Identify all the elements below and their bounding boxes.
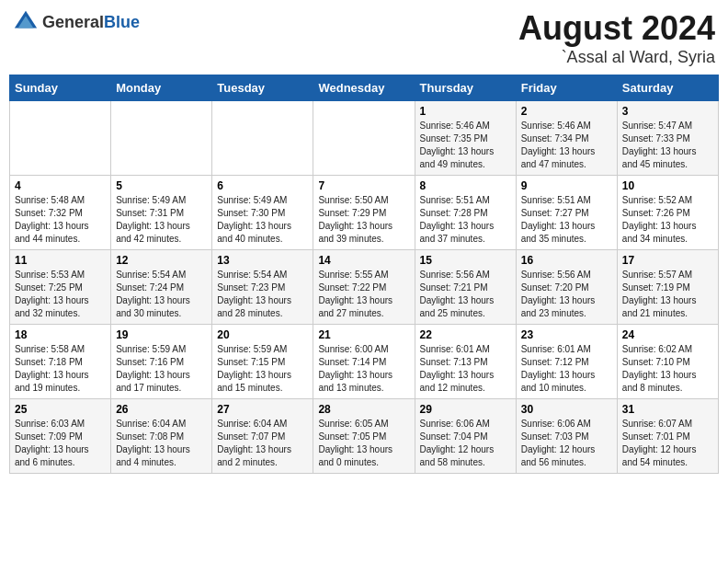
weekday-header: Wednesday xyxy=(313,75,415,101)
day-info: Sunrise: 5:57 AM Sunset: 7:19 PM Dayligh… xyxy=(622,269,713,320)
day-number: 22 xyxy=(420,328,511,341)
day-number: 4 xyxy=(15,179,106,192)
logo-text: GeneralBlue xyxy=(42,13,140,32)
day-info: Sunrise: 5:59 AM Sunset: 7:16 PM Dayligh… xyxy=(116,343,207,395)
day-number: 25 xyxy=(15,403,106,416)
calendar-cell: 12Sunrise: 5:54 AM Sunset: 7:24 PM Dayli… xyxy=(111,250,212,325)
calendar-cell: 8Sunrise: 5:51 AM Sunset: 7:28 PM Daylig… xyxy=(415,176,516,250)
calendar-cell: 22Sunrise: 6:01 AM Sunset: 7:13 PM Dayli… xyxy=(415,325,516,399)
day-number: 11 xyxy=(15,254,106,267)
day-number: 5 xyxy=(116,179,207,192)
logo-icon xyxy=(13,9,39,35)
day-number: 21 xyxy=(318,328,409,341)
calendar-cell: 1Sunrise: 5:46 AM Sunset: 7:35 PM Daylig… xyxy=(415,101,516,176)
day-number: 12 xyxy=(116,254,207,267)
day-info: Sunrise: 6:07 AM Sunset: 7:01 PM Dayligh… xyxy=(622,418,713,469)
day-number: 23 xyxy=(521,328,612,341)
logo-general: General xyxy=(42,13,104,31)
calendar-cell: 20Sunrise: 5:59 AM Sunset: 7:15 PM Dayli… xyxy=(212,325,313,399)
day-number: 24 xyxy=(622,328,713,341)
weekday-header: Thursday xyxy=(415,75,516,101)
day-info: Sunrise: 6:01 AM Sunset: 7:13 PM Dayligh… xyxy=(420,343,511,395)
logo-blue: Blue xyxy=(104,13,140,31)
day-number: 30 xyxy=(521,403,612,416)
calendar-cell xyxy=(10,101,111,176)
calendar-cell: 21Sunrise: 6:00 AM Sunset: 7:14 PM Dayli… xyxy=(313,325,415,399)
day-info: Sunrise: 5:52 AM Sunset: 7:26 PM Dayligh… xyxy=(622,194,713,246)
day-number: 29 xyxy=(420,403,511,416)
logo: GeneralBlue xyxy=(13,9,140,35)
calendar-cell: 7Sunrise: 5:50 AM Sunset: 7:29 PM Daylig… xyxy=(313,176,415,250)
calendar-cell: 14Sunrise: 5:55 AM Sunset: 7:22 PM Dayli… xyxy=(313,250,415,325)
day-info: Sunrise: 5:48 AM Sunset: 7:32 PM Dayligh… xyxy=(15,194,106,246)
day-info: Sunrise: 5:51 AM Sunset: 7:27 PM Dayligh… xyxy=(521,194,612,246)
day-number: 1 xyxy=(420,105,511,118)
calendar-week-row: 1Sunrise: 5:46 AM Sunset: 7:35 PM Daylig… xyxy=(10,101,719,176)
calendar-cell xyxy=(111,101,212,176)
day-number: 20 xyxy=(217,328,308,341)
day-info: Sunrise: 5:54 AM Sunset: 7:23 PM Dayligh… xyxy=(217,269,308,320)
day-info: Sunrise: 6:02 AM Sunset: 7:10 PM Dayligh… xyxy=(622,343,713,395)
day-info: Sunrise: 5:54 AM Sunset: 7:24 PM Dayligh… xyxy=(116,269,207,320)
calendar-cell: 9Sunrise: 5:51 AM Sunset: 7:27 PM Daylig… xyxy=(516,176,617,250)
day-number: 15 xyxy=(420,254,511,267)
calendar-table: SundayMondayTuesdayWednesdayThursdayFrid… xyxy=(9,75,719,474)
calendar-cell: 27Sunrise: 6:04 AM Sunset: 7:07 PM Dayli… xyxy=(212,399,313,474)
day-number: 31 xyxy=(622,403,713,416)
calendar-header-row: SundayMondayTuesdayWednesdayThursdayFrid… xyxy=(10,75,719,101)
weekday-header: Saturday xyxy=(617,75,718,101)
day-info: Sunrise: 5:56 AM Sunset: 7:21 PM Dayligh… xyxy=(420,269,511,320)
day-number: 26 xyxy=(116,403,207,416)
day-info: Sunrise: 5:49 AM Sunset: 7:30 PM Dayligh… xyxy=(217,194,308,246)
main-title: August 2024 xyxy=(518,9,715,48)
day-number: 3 xyxy=(622,105,713,118)
day-info: Sunrise: 6:04 AM Sunset: 7:07 PM Dayligh… xyxy=(217,418,308,469)
day-number: 27 xyxy=(217,403,308,416)
day-info: Sunrise: 6:01 AM Sunset: 7:12 PM Dayligh… xyxy=(521,343,612,395)
page-header: GeneralBlue August 2024 `Assal al Ward, … xyxy=(9,9,719,67)
calendar-cell: 16Sunrise: 5:56 AM Sunset: 7:20 PM Dayli… xyxy=(516,250,617,325)
calendar-cell: 3Sunrise: 5:47 AM Sunset: 7:33 PM Daylig… xyxy=(617,101,718,176)
day-info: Sunrise: 5:49 AM Sunset: 7:31 PM Dayligh… xyxy=(116,194,207,246)
calendar-week-row: 11Sunrise: 5:53 AM Sunset: 7:25 PM Dayli… xyxy=(10,250,719,325)
day-info: Sunrise: 6:00 AM Sunset: 7:14 PM Dayligh… xyxy=(318,343,409,395)
day-info: Sunrise: 5:56 AM Sunset: 7:20 PM Dayligh… xyxy=(521,269,612,320)
calendar-cell: 15Sunrise: 5:56 AM Sunset: 7:21 PM Dayli… xyxy=(415,250,516,325)
calendar-cell: 5Sunrise: 5:49 AM Sunset: 7:31 PM Daylig… xyxy=(111,176,212,250)
calendar-cell: 11Sunrise: 5:53 AM Sunset: 7:25 PM Dayli… xyxy=(10,250,111,325)
calendar-cell: 25Sunrise: 6:03 AM Sunset: 7:09 PM Dayli… xyxy=(10,399,111,474)
day-number: 17 xyxy=(622,254,713,267)
day-number: 18 xyxy=(15,328,106,341)
day-number: 13 xyxy=(217,254,308,267)
day-info: Sunrise: 5:46 AM Sunset: 7:35 PM Dayligh… xyxy=(420,120,511,171)
calendar-cell: 13Sunrise: 5:54 AM Sunset: 7:23 PM Dayli… xyxy=(212,250,313,325)
day-info: Sunrise: 6:04 AM Sunset: 7:08 PM Dayligh… xyxy=(116,418,207,469)
day-info: Sunrise: 5:53 AM Sunset: 7:25 PM Dayligh… xyxy=(15,269,106,320)
calendar-cell: 30Sunrise: 6:06 AM Sunset: 7:03 PM Dayli… xyxy=(516,399,617,474)
calendar-cell: 4Sunrise: 5:48 AM Sunset: 7:32 PM Daylig… xyxy=(10,176,111,250)
calendar-cell xyxy=(313,101,415,176)
calendar-week-row: 18Sunrise: 5:58 AM Sunset: 7:18 PM Dayli… xyxy=(10,325,719,399)
day-info: Sunrise: 5:50 AM Sunset: 7:29 PM Dayligh… xyxy=(318,194,409,246)
day-number: 28 xyxy=(318,403,409,416)
day-info: Sunrise: 5:59 AM Sunset: 7:15 PM Dayligh… xyxy=(217,343,308,395)
calendar-week-row: 25Sunrise: 6:03 AM Sunset: 7:09 PM Dayli… xyxy=(10,399,719,474)
calendar-cell: 17Sunrise: 5:57 AM Sunset: 7:19 PM Dayli… xyxy=(617,250,718,325)
calendar-cell: 26Sunrise: 6:04 AM Sunset: 7:08 PM Dayli… xyxy=(111,399,212,474)
day-info: Sunrise: 6:06 AM Sunset: 7:04 PM Dayligh… xyxy=(420,418,511,469)
day-number: 7 xyxy=(318,179,409,192)
calendar-week-row: 4Sunrise: 5:48 AM Sunset: 7:32 PM Daylig… xyxy=(10,176,719,250)
calendar-cell: 24Sunrise: 6:02 AM Sunset: 7:10 PM Dayli… xyxy=(617,325,718,399)
calendar-cell: 19Sunrise: 5:59 AM Sunset: 7:16 PM Dayli… xyxy=(111,325,212,399)
day-info: Sunrise: 5:58 AM Sunset: 7:18 PM Dayligh… xyxy=(15,343,106,395)
day-info: Sunrise: 5:51 AM Sunset: 7:28 PM Dayligh… xyxy=(420,194,511,246)
weekday-header: Friday xyxy=(516,75,617,101)
day-number: 9 xyxy=(521,179,612,192)
calendar-cell: 2Sunrise: 5:46 AM Sunset: 7:34 PM Daylig… xyxy=(516,101,617,176)
day-info: Sunrise: 6:05 AM Sunset: 7:05 PM Dayligh… xyxy=(318,418,409,469)
day-number: 6 xyxy=(217,179,308,192)
weekday-header: Sunday xyxy=(10,75,111,101)
day-number: 14 xyxy=(318,254,409,267)
sub-title: `Assal al Ward, Syria xyxy=(518,48,715,67)
calendar-cell: 10Sunrise: 5:52 AM Sunset: 7:26 PM Dayli… xyxy=(617,176,718,250)
